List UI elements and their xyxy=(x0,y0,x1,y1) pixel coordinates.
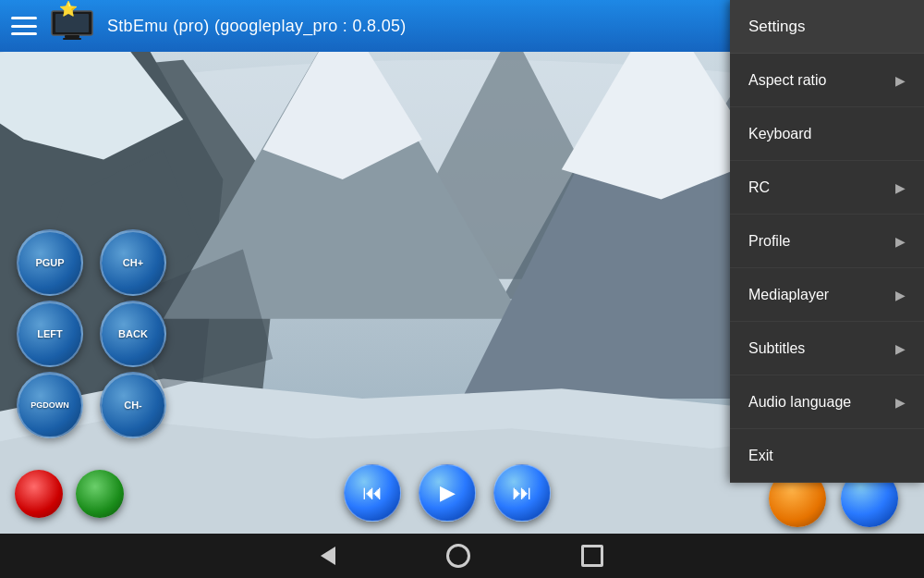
btn-pgdown[interactable]: PGDOWN xyxy=(17,372,83,438)
tv-icon-container: ⭐ xyxy=(50,7,94,44)
menu-item-label: Settings xyxy=(748,18,805,36)
menu-item-label: Subtitles xyxy=(748,340,805,357)
chevron-right-icon: ▶ xyxy=(895,73,906,88)
menu-item-profile[interactable]: Profile▶ xyxy=(730,215,924,268)
btn-chplus[interactable]: CH+ xyxy=(100,229,166,296)
menu-item-label: Mediaplayer xyxy=(748,287,829,303)
menu-item-label: Keyboard xyxy=(748,126,812,142)
dropdown-menu: SettingsAspect ratio▶KeyboardRC▶Profile▶… xyxy=(730,0,924,483)
hamburger-menu-icon[interactable] xyxy=(11,17,37,35)
svg-rect-19 xyxy=(63,38,81,40)
chevron-right-icon: ▶ xyxy=(895,288,906,302)
chevron-right-icon: ▶ xyxy=(895,234,906,249)
chevron-right-icon: ▶ xyxy=(895,341,906,356)
nav-home-button[interactable] xyxy=(446,544,470,568)
menu-item-label: Profile xyxy=(748,233,790,250)
btn-back[interactable]: BACK xyxy=(100,301,166,367)
btn-chminus[interactable]: CH- xyxy=(100,372,166,438)
star-badge: ⭐ xyxy=(59,2,78,17)
btn-green[interactable] xyxy=(76,470,124,518)
btn-red[interactable] xyxy=(15,470,63,518)
menu-item-settings[interactable]: Settings xyxy=(730,0,924,54)
menu-item-exit[interactable]: Exit xyxy=(730,429,924,483)
chevron-right-icon: ▶ xyxy=(895,395,906,410)
chevron-right-icon: ▶ xyxy=(895,180,906,195)
app-title: StbEmu (pro) (googleplay_pro : 0.8.05) xyxy=(107,17,407,36)
btn-left[interactable]: LEFT xyxy=(17,301,83,367)
menu-item-label: Exit xyxy=(748,448,773,464)
svg-rect-18 xyxy=(65,35,79,38)
menu-item-subtitles[interactable]: Subtitles▶ xyxy=(730,322,924,375)
btn-forward[interactable]: ⏭ xyxy=(493,464,551,522)
btn-play[interactable]: ▶ xyxy=(419,464,476,522)
btn-rewind[interactable]: ⏮ xyxy=(344,464,401,522)
svg-rect-17 xyxy=(55,14,89,32)
btn-pgup[interactable]: PGUP xyxy=(17,229,83,296)
menu-item-label: Aspect ratio xyxy=(748,72,826,89)
menu-item-rc[interactable]: RC▶ xyxy=(730,161,924,215)
menu-item-label: RC xyxy=(748,179,770,196)
menu-item-keyboard[interactable]: Keyboard xyxy=(730,107,924,161)
menu-item-label: Audio language xyxy=(748,394,851,411)
menu-item-aspect-ratio[interactable]: Aspect ratio▶ xyxy=(730,54,924,107)
nav-back-button[interactable] xyxy=(321,547,335,565)
android-nav-bar xyxy=(0,534,924,578)
menu-item-audio-language[interactable]: Audio language▶ xyxy=(730,375,924,429)
menu-item-mediaplayer[interactable]: Mediaplayer▶ xyxy=(730,268,924,322)
nav-recent-button[interactable] xyxy=(581,545,603,567)
